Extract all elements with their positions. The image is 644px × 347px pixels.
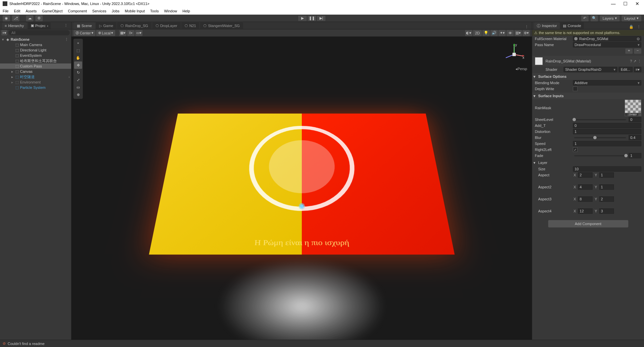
tab-stangentwater_sg[interactable]: ⎔StangentWater_SG <box>200 22 243 29</box>
r2l-checkbox[interactable]: ✓ <box>573 147 578 152</box>
tab-raindrop_sg[interactable]: ⎔RainDrop_SG <box>117 22 151 29</box>
mat-menu-icon[interactable]: ⋮ <box>638 59 641 63</box>
blur-slider[interactable] <box>574 137 626 138</box>
error-icon[interactable]: ⊘ <box>3 341 6 346</box>
preset-icon[interactable]: ↗ <box>633 59 636 63</box>
hierarchy-item[interactable]: ⬚Custom Pass <box>0 63 71 69</box>
aspect-y-input[interactable]: 2 <box>599 196 614 202</box>
speed-field[interactable]: 1 <box>573 141 641 146</box>
fx-icon[interactable]: ✦▾ <box>498 30 506 36</box>
material-header[interactable]: RainDrop_SGMat (Material) ? ↗ ⋮ <box>532 56 644 66</box>
rotate-tool-icon[interactable]: ↻ <box>74 69 82 76</box>
orientation-gizmo[interactable]: y x <box>502 43 526 66</box>
panel-menu-icon[interactable]: ⋮ <box>63 23 69 28</box>
debug-draw-icon[interactable]: ◐▾ <box>465 30 472 36</box>
menu-help[interactable]: Help <box>183 9 190 13</box>
menu-services[interactable]: Services <box>92 9 106 13</box>
pass-name-dropdown[interactable]: DrawProcedural <box>573 42 641 47</box>
grid-visibility-icon[interactable]: ▭▾ <box>135 30 143 36</box>
create-button[interactable]: +▾ <box>1 30 7 35</box>
tab-droplayer[interactable]: ⎔DropLayer <box>152 22 181 29</box>
pivot-toggle[interactable]: ⦿Center▾ <box>73 30 95 36</box>
layers-dropdown[interactable]: Layers▾ <box>600 15 620 21</box>
sheetlevel-slider[interactable] <box>574 119 626 120</box>
remove-pass-button[interactable]: − <box>634 48 641 54</box>
depth-write-checkbox[interactable] <box>573 86 578 91</box>
hierarchy-item[interactable]: ⬚Main Camera <box>0 42 71 47</box>
aspect-x-input[interactable]: 2 <box>578 172 593 178</box>
aspect-x-input[interactable]: 12 <box>578 208 593 214</box>
tab-game[interactable]: ▷Game <box>96 22 117 29</box>
menu-mobile-input[interactable]: Mobile Input <box>125 9 145 13</box>
aspect-y-input[interactable]: 1 <box>599 184 614 190</box>
menu-file[interactable]: File <box>3 9 9 13</box>
inspector-lock-icon[interactable]: 🔒 <box>628 25 635 29</box>
maximize-button[interactable]: ☐ <box>621 1 629 6</box>
local-toggle[interactable]: ⊕Local▾ <box>96 30 115 36</box>
add-pass-button[interactable]: + <box>625 48 633 54</box>
hierarchy-item[interactable]: ⬚哈布斯堡和土耳其联合 <box>0 58 71 63</box>
search-icon[interactable]: 🔍 <box>591 15 598 21</box>
surface-options-header[interactable]: ▾ Surface Options <box>532 73 644 80</box>
undo-history-icon[interactable]: ↶ <box>581 15 589 21</box>
account-icon[interactable]: ◉ <box>3 15 10 21</box>
menu-window[interactable]: Window <box>164 9 177 13</box>
cloud-icon[interactable]: ☁ <box>26 15 33 21</box>
view-tool-icon[interactable]: ≡ <box>74 39 82 47</box>
menu-jobs[interactable]: Jobs <box>112 9 120 13</box>
tabs-menu-icon[interactable]: ⋮ <box>523 25 530 29</box>
hierarchy-item[interactable]: ▸⬚时空隧道› <box>0 74 71 79</box>
inspector-tab[interactable]: ⓘ Inspector <box>534 22 560 29</box>
distortion-field[interactable]: 1 <box>573 129 641 134</box>
project-tab[interactable]: ▣ Projec › <box>28 22 51 29</box>
fade-value[interactable]: 1 <box>629 153 641 158</box>
hierarchy-item[interactable]: ⬚Directional Light <box>0 47 71 53</box>
hierarchy-tab[interactable]: ≡ Hierarchy <box>2 22 27 29</box>
shader-dropdown[interactable]: Shader Graphs/RainD <box>564 67 617 72</box>
help-icon[interactable]: ? <box>630 59 632 63</box>
step-button[interactable]: ▶| <box>316 15 326 21</box>
layer-header[interactable]: ▾ Layer <box>532 159 644 166</box>
add-component-button[interactable]: Add Component <box>548 220 628 227</box>
move-tool-icon[interactable]: ✥ <box>74 61 82 69</box>
scene-root[interactable]: ▾ ◈ RainScene ⋮ <box>0 37 71 42</box>
size-field[interactable]: 10 <box>573 166 641 172</box>
grid-snap-icon[interactable]: ▦▾ <box>119 30 127 36</box>
addt-field[interactable]: 0 <box>573 123 641 128</box>
scale-tool-icon[interactable]: ⤢ <box>74 76 82 83</box>
blending-dropdown[interactable]: Additive <box>573 80 641 85</box>
edit-shader-button[interactable]: Edit... <box>619 67 633 72</box>
play-button[interactable]: ▶ <box>298 15 307 21</box>
scene-viewport[interactable]: Η Ρώμη είναι η πιο ισχυρή ✺ ≡ ⬚ ✋ ✥ ↻ ⤢ … <box>71 37 532 340</box>
object-picker-icon[interactable]: ⊙ <box>637 37 640 41</box>
aspect-y-input[interactable]: 3 <box>599 208 614 214</box>
hierarchy-item[interactable]: ⬚Particle System <box>0 85 71 90</box>
transform-tool-icon[interactable]: ⊕ <box>74 91 82 98</box>
hierarchy-item[interactable]: ▸⬚Canvas <box>0 69 71 74</box>
shader-menu-icon[interactable]: ≡▾ <box>634 67 641 72</box>
console-tab[interactable]: ▤ Console <box>560 22 584 29</box>
hierarchy-item[interactable]: ▸⬚Environment <box>0 79 71 85</box>
blur-value[interactable]: 0.4 <box>629 135 641 140</box>
inspector-menu-icon[interactable]: ⋮ <box>636 25 642 29</box>
hierarchy-item[interactable]: ⬚EventSystem <box>0 53 71 58</box>
menu-assets[interactable]: Assets <box>26 9 37 13</box>
menu-component[interactable]: Component <box>68 9 87 13</box>
settings-icon[interactable]: ⚙ <box>35 15 43 21</box>
minimize-button[interactable]: — <box>609 1 617 6</box>
2d-toggle[interactable]: 2D <box>473 30 482 36</box>
fullscreen-mat-field[interactable]: RainDrop_SGMat⊙ <box>573 36 641 41</box>
audio-icon[interactable]: 🔊 <box>490 30 498 36</box>
pause-button[interactable]: ❚❚ <box>307 15 316 21</box>
menu-tools[interactable]: Tools <box>150 9 159 13</box>
aspect-x-input[interactable]: 4 <box>578 184 593 190</box>
rainmask-texture-slot[interactable] <box>625 100 641 116</box>
sheetlevel-value[interactable]: 0 <box>629 117 641 122</box>
close-button[interactable]: ✕ <box>633 1 641 6</box>
aspect-x-input[interactable]: 8 <box>578 196 593 202</box>
layout-dropdown[interactable]: Layout▾ <box>622 15 641 21</box>
tab-scene[interactable]: ▦Scene <box>73 22 95 29</box>
tab-n21[interactable]: ⎔N21 <box>181 22 199 29</box>
lighting-icon[interactable]: 💡 <box>482 30 490 36</box>
hidden-icon[interactable]: 👁 <box>506 30 514 36</box>
